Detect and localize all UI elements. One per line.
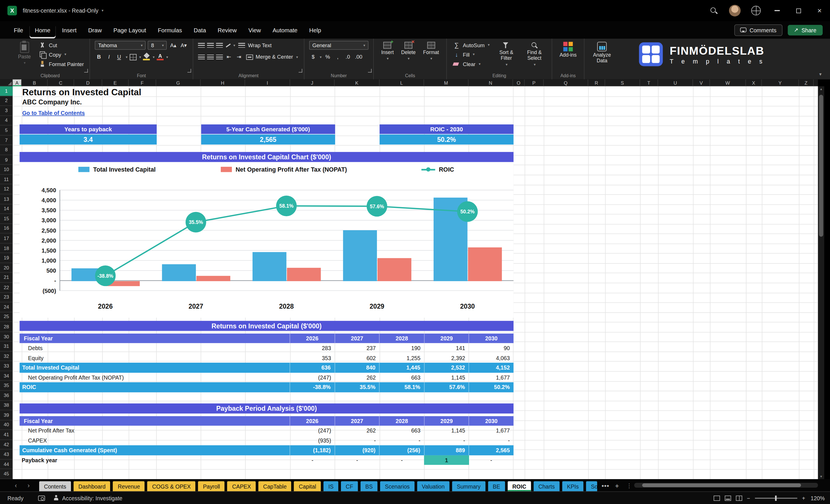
cell[interactable]: (935) [290, 435, 334, 445]
cell[interactable]: (1,182) [290, 445, 335, 455]
font-color-button[interactable]: A [157, 54, 164, 60]
row-header-34[interactable]: 34 [0, 371, 12, 381]
column-header-K[interactable]: K [334, 80, 380, 86]
ribbon-tab-formulas[interactable]: Formulas [153, 23, 187, 37]
document-title[interactable]: fitness-center.xlsx - Read-Only▾ [23, 7, 103, 14]
row-label[interactable]: ROIC [20, 382, 290, 392]
cell[interactable]: (247) [290, 372, 334, 382]
row-header-33[interactable]: 33 [0, 361, 12, 371]
column-header-U[interactable]: U [658, 80, 693, 86]
ribbon-tab-insert[interactable]: Insert [57, 23, 82, 37]
page-layout-view-button[interactable] [725, 496, 731, 501]
select-all-corner[interactable] [0, 80, 12, 86]
row-header-21[interactable]: 21 [0, 273, 12, 283]
align-top-button[interactable] [198, 43, 205, 48]
search-button[interactable] [703, 0, 724, 21]
column-header-J[interactable]: J [290, 80, 334, 86]
fill-button[interactable]: ↓Fill▾ [452, 50, 490, 59]
font-size-select[interactable]: 8▾ [148, 41, 167, 50]
sheet-tab-be[interactable]: BE [488, 481, 505, 492]
row-header-32[interactable]: 32 [0, 351, 12, 361]
cell[interactable]: 2,565 [469, 445, 514, 455]
orientation-button[interactable] [225, 42, 230, 48]
page-break-view-button[interactable] [736, 496, 742, 501]
cell[interactable]: 57.6% [424, 382, 469, 392]
account-button[interactable] [724, 0, 745, 21]
tabs-scroll-left-button[interactable]: ‹ [9, 482, 22, 491]
cell[interactable]: 190 [380, 343, 424, 353]
comments-button[interactable]: Comments [734, 24, 782, 36]
sheet-tab-capital[interactable]: Capital [294, 481, 321, 492]
cell[interactable]: 1,677 [469, 426, 513, 435]
ribbon-tab-page-layout[interactable]: Page Layout [108, 23, 151, 37]
new-sheet-button[interactable]: + [612, 482, 622, 491]
row-header-23[interactable]: 23 [0, 293, 12, 302]
row-header-2[interactable]: 2 [0, 96, 12, 106]
legend-item[interactable]: ROIC [421, 166, 454, 172]
column-header-W[interactable]: W [710, 80, 746, 86]
normal-view-button[interactable] [713, 496, 720, 501]
column-header-I[interactable]: I [245, 80, 290, 86]
insert-cells-button[interactable]: Insert▾ [378, 41, 396, 62]
share-button[interactable]: ↗Share [788, 25, 823, 35]
sheet-tab-valuation[interactable]: Valuation [417, 481, 449, 492]
row-header-30[interactable]: 30 [0, 332, 12, 342]
autosum-button[interactable]: ∑AutoSum▾ [452, 41, 490, 50]
cell[interactable]: (247) [290, 426, 334, 435]
cell[interactable]: 35.5% [335, 382, 380, 392]
font-dialog-launcher[interactable] [187, 69, 191, 73]
legend-item[interactable]: Total Invested Capital [78, 166, 156, 172]
camera-icon[interactable] [38, 496, 45, 501]
row-header-42[interactable]: 42 [0, 440, 12, 450]
row-header-11[interactable]: 11 [0, 175, 12, 185]
cell[interactable]: 58.1% [380, 382, 425, 392]
row-header-14[interactable]: 14 [0, 204, 12, 214]
row-header-4[interactable]: 4 [0, 116, 12, 126]
cell[interactable]: 889 [424, 445, 469, 455]
fiscal-year-label[interactable]: Fiscal Year [20, 416, 290, 426]
cell[interactable]: 1,677 [469, 372, 513, 382]
row-label[interactable]: Net Profit After Tax [20, 426, 290, 435]
year-header[interactable]: 2026 [290, 416, 335, 426]
column-header-A[interactable]: A [12, 80, 22, 86]
accounting-format-button[interactable]: $ [309, 53, 317, 61]
cell[interactable]: 663 [380, 426, 424, 435]
align-bottom-button[interactable] [216, 43, 223, 48]
zoom-slider[interactable] [755, 497, 797, 499]
vertical-scrollbar[interactable]: ▴ ▾ [818, 86, 824, 479]
cell[interactable]: 262 [335, 372, 380, 382]
row-header-31[interactable]: 31 [0, 342, 12, 351]
cell[interactable]: 602 [335, 353, 380, 363]
ribbon-tab-review[interactable]: Review [213, 23, 242, 37]
delete-cells-button[interactable]: Delete▾ [398, 41, 418, 62]
row-header-9[interactable]: 9 [0, 155, 12, 165]
ribbon-tab-file[interactable]: File [8, 23, 29, 37]
row-header-40[interactable]: 40 [0, 420, 12, 430]
vertical-scrollbar-thumb[interactable] [819, 95, 823, 237]
row-label[interactable]: Debts [20, 343, 290, 353]
row-header-44[interactable]: 44 [0, 460, 12, 469]
sheet-tab-cogs-opex[interactable]: COGS & OPEX [147, 481, 195, 492]
row-header-43[interactable]: 43 [0, 450, 12, 460]
sheet-tab-dashboard[interactable]: Dashboard [73, 481, 110, 492]
row-header-19[interactable]: 19 [0, 253, 12, 263]
cell[interactable]: - [335, 435, 380, 445]
ribbon-tab-data[interactable]: Data [189, 23, 211, 37]
decrease-decimal-button[interactable]: .00 [354, 53, 363, 61]
year-header[interactable]: 2030 [469, 333, 514, 343]
addins-button[interactable]: Add-ins [557, 41, 579, 60]
column-header-M[interactable]: M [424, 80, 469, 86]
cell[interactable]: 840 [335, 363, 380, 372]
row-header-17[interactable]: 17 [0, 234, 12, 244]
sheet-tab-capex[interactable]: CAPEX [227, 481, 256, 492]
ribbon-tab-automate[interactable]: Automate [267, 23, 303, 37]
zoom-out-button[interactable]: − [747, 495, 750, 501]
globe-button[interactable] [745, 0, 767, 21]
scroll-down-icon[interactable]: ▾ [818, 474, 824, 478]
increase-font-button[interactable]: A▴ [169, 41, 177, 49]
increase-decimal-button[interactable]: .0 [344, 53, 352, 61]
close-button[interactable]: × [809, 0, 830, 21]
row-header-25[interactable]: 25 [0, 312, 12, 322]
legend-item[interactable]: Net Operating Profit After Tax (NOPAT) [221, 166, 347, 172]
cell[interactable]: (256) [380, 445, 425, 455]
